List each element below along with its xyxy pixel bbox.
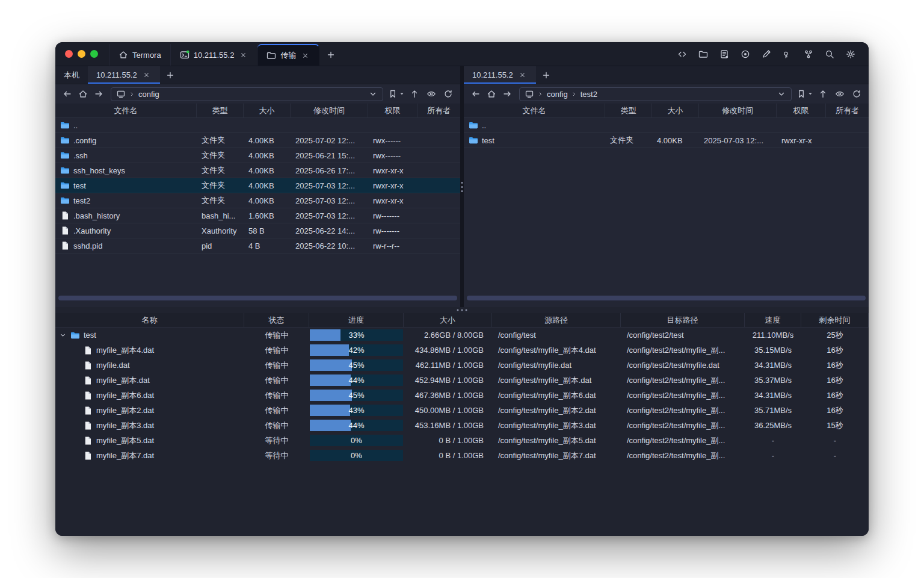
breadcrumb-part[interactable]: config [138, 90, 159, 99]
close-tab-icon[interactable] [518, 70, 528, 80]
column-header[interactable]: 剩余时间 [801, 313, 869, 327]
file-row[interactable]: .XauthorityXauthority58 B2025-06-22 14:.… [55, 223, 460, 238]
transfer-row[interactable]: myfile.dat传输中45%462.11MB / 1.00GB/config… [55, 358, 869, 373]
column-header[interactable]: 所有者 [826, 104, 869, 117]
panel-tab[interactable]: 10.211.55.2 [88, 66, 160, 84]
column-header[interactable]: 进度 [309, 313, 404, 327]
home-button[interactable] [484, 87, 499, 101]
progress-text: 0% [309, 433, 404, 448]
folder-button[interactable] [696, 47, 710, 61]
show-hidden-button[interactable] [833, 87, 847, 101]
transfer-name-cell: myfile_副本.dat [55, 375, 244, 386]
column-header[interactable]: 状态 [244, 313, 309, 327]
file-perms-value: rwxr-xr-x [373, 196, 404, 205]
bookmark-button[interactable] [388, 87, 405, 101]
chevron-down-icon[interactable] [59, 331, 67, 339]
new-panel-tab-button[interactable] [536, 66, 556, 84]
transfer-row[interactable]: myfile_副本3.dat传输中44%453.16MB / 1.00GB/co… [55, 418, 869, 433]
file-modified-value: 2025-06-22 10:... [295, 241, 355, 250]
breadcrumb-part[interactable]: test2 [581, 90, 597, 99]
bookmark-icon [388, 89, 398, 99]
transfer-row[interactable]: myfile_副本2.dat传输中43%450.00MB / 1.00GB/co… [55, 403, 869, 418]
column-header[interactable]: 文件名 [464, 104, 605, 117]
code-button[interactable] [675, 47, 689, 61]
transfer-row[interactable]: myfile_副本5.dat等待中0%0 B / 1.00GB/config/t… [55, 433, 869, 448]
new-tab-button[interactable] [319, 44, 342, 66]
title-tab[interactable]: 10.211.55.2 [171, 44, 258, 66]
column-header[interactable]: 目标路径 [621, 313, 745, 327]
file-name: sshd.pid [73, 241, 102, 250]
refresh-button[interactable] [849, 87, 864, 101]
column-header[interactable]: 类型 [605, 104, 652, 117]
transfer-row[interactable]: myfile_副本7.dat等待中0%0 B / 1.00GB/config/t… [55, 448, 869, 463]
transfer-row[interactable]: myfile_副本4.dat传输中42%434.86MB / 1.00GB/co… [55, 343, 869, 358]
file-row[interactable]: test文件夹4.00KB2025-07-03 12:...rwxr-xr-x [464, 133, 869, 148]
transfer-row[interactable]: test传输中33%2.66GB / 8.00GB/config/test/co… [55, 328, 869, 343]
close-window-button[interactable] [65, 50, 73, 58]
file-row[interactable]: sshd.pidpid4 B2025-06-22 10:...rw-r--r-- [55, 238, 460, 253]
forward-button[interactable] [500, 87, 514, 101]
chevron-down-icon[interactable] [777, 89, 786, 99]
file-row[interactable]: test2文件夹4.00KB2025-07-03 12:...rwxr-xr-x [55, 193, 460, 208]
column-header[interactable]: 所有者 [417, 104, 460, 117]
file-size: 4.00KB [244, 136, 291, 145]
back-button[interactable] [60, 87, 75, 101]
back-button[interactable] [469, 87, 483, 101]
file-name-cell: .bash_history [55, 211, 197, 220]
title-tab[interactable]: Termora [109, 44, 171, 66]
chevron-down-icon[interactable] [368, 89, 378, 99]
file-name: ssh_host_keys [73, 166, 125, 175]
minimize-window-button[interactable] [78, 50, 85, 58]
transfer-row[interactable]: myfile_副本6.dat传输中45%467.36MB / 1.00GB/co… [55, 388, 869, 403]
file-row[interactable]: test文件夹4.00KB2025-07-03 12:...rwxr-xr-x [55, 178, 460, 193]
column-header[interactable]: 权限 [777, 104, 826, 117]
file-row[interactable]: .ssh文件夹4.00KB2025-06-21 15:...rwx------ [55, 148, 460, 163]
column-header[interactable]: 大小 [652, 104, 699, 117]
transfer-row[interactable]: myfile_副本.dat传输中44%452.94MB / 1.00GB/con… [55, 373, 869, 388]
column-header[interactable]: 速度 [745, 313, 801, 327]
file-row[interactable]: .bash_historybash_hi...1.60KB2025-07-03 … [55, 208, 460, 223]
zoom-window-button[interactable] [90, 50, 98, 58]
column-header[interactable]: 大小 [244, 104, 291, 117]
column-header[interactable]: 源路径 [492, 313, 621, 327]
key-button[interactable] [780, 47, 795, 61]
up-button[interactable] [407, 87, 422, 101]
show-hidden-button[interactable] [424, 87, 439, 101]
forward-button[interactable] [91, 87, 106, 101]
path-breadcrumb[interactable]: config [111, 87, 383, 101]
home-button[interactable] [76, 87, 90, 101]
horizontal-scrollbar[interactable] [58, 296, 457, 300]
panel-tab[interactable]: 10.211.55.2 [464, 66, 536, 84]
path-breadcrumb[interactable]: configtest2 [519, 87, 792, 101]
file-row[interactable]: ssh_host_keys文件夹4.00KB2025-06-26 17:...r… [55, 163, 460, 178]
column-header[interactable]: 权限 [368, 104, 417, 117]
transfer-panel-splitter[interactable] [55, 307, 869, 313]
close-tab-icon[interactable] [142, 70, 152, 80]
record-button[interactable] [738, 47, 753, 61]
file-row[interactable]: .. [464, 118, 869, 133]
title-tab[interactable]: 传输 [257, 44, 319, 66]
column-header[interactable]: 类型 [197, 104, 244, 117]
column-header[interactable]: 文件名 [55, 104, 197, 117]
close-tab-icon[interactable] [238, 50, 248, 60]
horizontal-scrollbar[interactable] [467, 296, 866, 300]
branch-button[interactable] [801, 47, 816, 61]
refresh-button[interactable] [441, 87, 455, 101]
new-panel-tab-button[interactable] [160, 66, 180, 84]
settings-button[interactable] [843, 47, 858, 61]
breadcrumb-part[interactable]: config [547, 90, 568, 99]
log-button[interactable] [717, 47, 732, 61]
column-header[interactable]: 名称 [55, 313, 244, 327]
file-size-value: 4.00KB [657, 136, 683, 145]
file-row[interactable]: .config文件夹4.00KB2025-07-02 12:...rwx----… [55, 133, 460, 148]
column-header[interactable]: 修改时间 [699, 104, 777, 117]
panel-tab[interactable]: 本机 [55, 66, 88, 84]
search-button[interactable] [822, 47, 837, 61]
up-button[interactable] [816, 87, 830, 101]
close-tab-icon[interactable] [300, 51, 310, 60]
column-header[interactable]: 大小 [404, 313, 492, 327]
edit-button[interactable] [759, 47, 774, 61]
bookmark-button[interactable] [796, 87, 813, 101]
column-header[interactable]: 修改时间 [291, 104, 368, 117]
file-row[interactable]: .. [55, 118, 460, 133]
